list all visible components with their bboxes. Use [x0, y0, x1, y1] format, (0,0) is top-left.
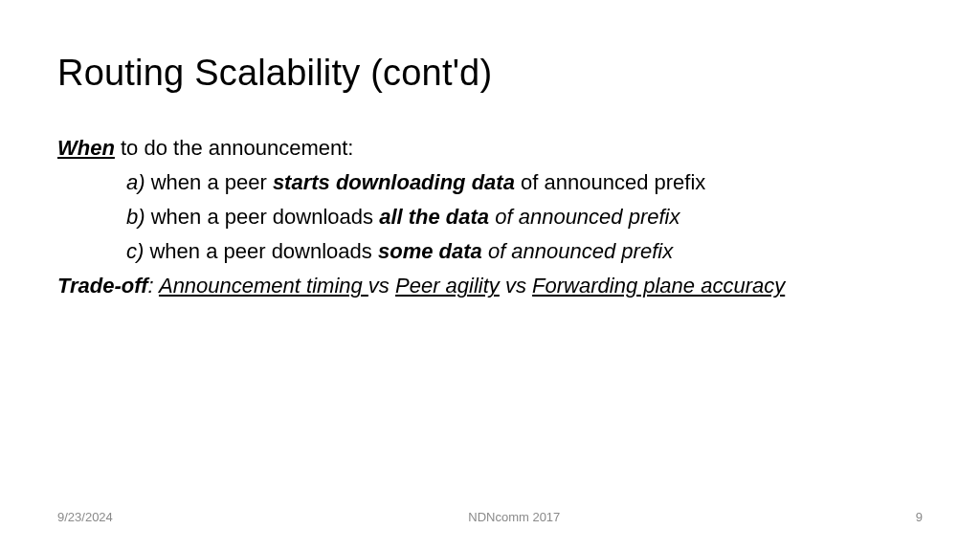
slide: Routing Scalability (cont'd) When to do … — [0, 0, 980, 551]
item-letter-a: a) — [126, 170, 145, 194]
item-b: b) when a peer downloads all the data of… — [57, 201, 923, 233]
tradeoff-vs1: vs — [368, 274, 390, 298]
tradeoff-part3: Forwarding plane accuracy — [532, 274, 785, 298]
tradeoff-label: Trade-off — [57, 274, 148, 298]
item-letter-c: c) — [126, 239, 144, 263]
item-a-post: of announced prefix — [515, 170, 705, 194]
item-c: c) when a peer downloads some data of an… — [57, 235, 923, 268]
tradeoff-part2: Peer agility — [395, 274, 500, 298]
item-b-bold: all the data — [379, 205, 495, 229]
item-b-pre: when a peer downloads — [145, 205, 380, 229]
tradeoff-vs2: vs — [505, 274, 526, 298]
lead-line: When to do the announcement: — [57, 132, 923, 165]
tradeoff-part1: Announcement timing — [159, 274, 368, 298]
lead-rest: to do the announcement: — [115, 136, 354, 160]
slide-content: When to do the announcement: a) when a p… — [57, 132, 923, 302]
footer-date: 9/23/2024 — [57, 510, 113, 524]
item-a: a) when a peer starts downloading data o… — [57, 166, 923, 199]
item-a-bold: starts downloading data — [273, 170, 515, 194]
item-b-post: of announced prefix — [495, 205, 679, 229]
tradeoff-line: Trade-off: Announcement timing vs Peer a… — [57, 270, 923, 302]
item-c-bold: some data — [378, 239, 488, 263]
item-c-post: of announced prefix — [488, 239, 673, 263]
tradeoff-colon: : — [148, 274, 159, 298]
footer-page: 9 — [916, 510, 923, 524]
footer-event: NDNcomm 2017 — [468, 510, 560, 524]
item-a-pre: when a peer — [145, 170, 273, 194]
slide-title: Routing Scalability (cont'd) — [57, 53, 923, 94]
item-letter-b: b) — [126, 205, 145, 229]
when-word: When — [57, 136, 115, 160]
footer: 9/23/2024 NDNcomm 2017 9 — [0, 510, 980, 524]
item-c-pre: when a peer downloads — [144, 239, 378, 263]
